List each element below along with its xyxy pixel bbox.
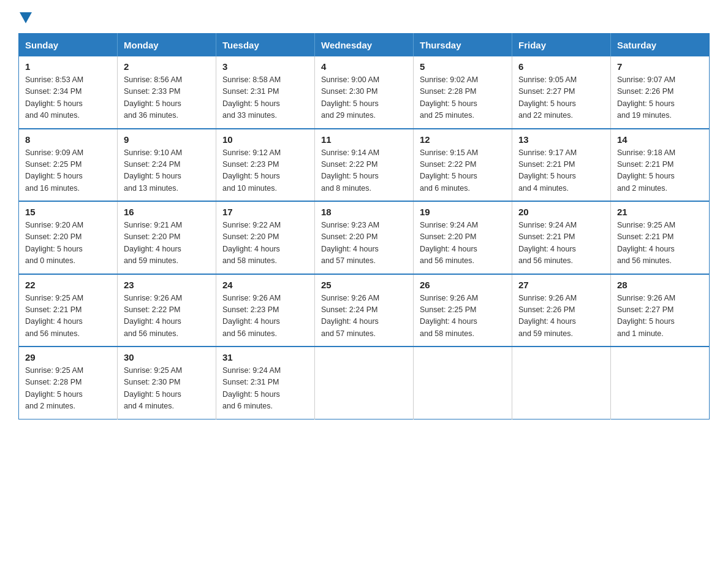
logo [18,12,32,22]
day-number: 9 [124,134,210,145]
day-info: Sunrise: 9:26 AM Sunset: 2:23 PM Dayligh… [222,293,308,340]
calendar-day-30: 30Sunrise: 9:25 AM Sunset: 2:30 PM Dayli… [118,347,216,419]
day-number: 5 [420,61,506,72]
day-number: 17 [222,207,308,217]
calendar-day-26: 26Sunrise: 9:26 AM Sunset: 2:25 PM Dayli… [414,274,512,347]
day-number: 4 [321,61,407,72]
calendar-day-29: 29Sunrise: 9:25 AM Sunset: 2:28 PM Dayli… [19,347,118,419]
day-info: Sunrise: 9:26 AM Sunset: 2:25 PM Dayligh… [420,293,506,340]
day-info: Sunrise: 9:25 AM Sunset: 2:28 PM Dayligh… [25,365,111,413]
day-number: 31 [222,352,308,362]
day-info: Sunrise: 9:22 AM Sunset: 2:20 PM Dayligh… [222,220,308,267]
day-info: Sunrise: 9:20 AM Sunset: 2:20 PM Dayligh… [25,220,111,267]
calendar-day-1: 1Sunrise: 8:53 AM Sunset: 2:34 PM Daylig… [19,56,118,129]
day-info: Sunrise: 9:12 AM Sunset: 2:23 PM Dayligh… [222,147,308,195]
day-number: 21 [617,207,703,217]
day-number: 28 [617,280,703,290]
calendar-day-27: 27Sunrise: 9:26 AM Sunset: 2:26 PM Dayli… [512,274,611,347]
calendar-day-20: 20Sunrise: 9:24 AM Sunset: 2:21 PM Dayli… [512,201,611,274]
day-info: Sunrise: 9:02 AM Sunset: 2:28 PM Dayligh… [420,74,506,122]
day-info: Sunrise: 8:56 AM Sunset: 2:33 PM Dayligh… [124,74,210,122]
day-info: Sunrise: 9:24 AM Sunset: 2:21 PM Dayligh… [518,220,604,267]
calendar-table: SundayMondayTuesdayWednesdayThursdayFrid… [18,33,710,419]
calendar-day-4: 4Sunrise: 9:00 AM Sunset: 2:30 PM Daylig… [315,56,414,129]
calendar-day-18: 18Sunrise: 9:23 AM Sunset: 2:20 PM Dayli… [315,201,414,274]
day-info: Sunrise: 9:05 AM Sunset: 2:27 PM Dayligh… [518,74,604,122]
day-number: 12 [420,134,506,145]
day-number: 13 [518,134,604,145]
day-number: 7 [617,61,703,72]
day-info: Sunrise: 9:25 AM Sunset: 2:21 PM Dayligh… [25,293,111,340]
logo-triangle-icon [20,12,32,23]
empty-cell [414,347,512,419]
day-info: Sunrise: 8:58 AM Sunset: 2:31 PM Dayligh… [222,74,308,122]
calendar-day-12: 12Sunrise: 9:15 AM Sunset: 2:22 PM Dayli… [414,129,512,202]
calendar-day-21: 21Sunrise: 9:25 AM Sunset: 2:21 PM Dayli… [611,201,710,274]
day-number: 14 [617,134,703,145]
day-number: 2 [124,61,210,72]
calendar-day-25: 25Sunrise: 9:26 AM Sunset: 2:24 PM Dayli… [315,274,414,347]
calendar-week-5: 29Sunrise: 9:25 AM Sunset: 2:28 PM Dayli… [19,347,710,419]
calendar-day-11: 11Sunrise: 9:14 AM Sunset: 2:22 PM Dayli… [315,129,414,202]
day-info: Sunrise: 9:09 AM Sunset: 2:25 PM Dayligh… [25,147,111,195]
day-number: 25 [321,280,407,290]
calendar-week-3: 15Sunrise: 9:20 AM Sunset: 2:20 PM Dayli… [19,201,710,274]
day-info: Sunrise: 9:26 AM Sunset: 2:27 PM Dayligh… [617,293,703,340]
day-number: 16 [124,207,210,217]
day-info: Sunrise: 9:25 AM Sunset: 2:21 PM Dayligh… [617,220,703,267]
day-info: Sunrise: 9:26 AM Sunset: 2:22 PM Dayligh… [124,293,210,340]
weekday-header-tuesday: Tuesday [216,34,315,57]
calendar-day-3: 3Sunrise: 8:58 AM Sunset: 2:31 PM Daylig… [216,56,315,129]
empty-cell [315,347,414,419]
calendar-day-16: 16Sunrise: 9:21 AM Sunset: 2:20 PM Dayli… [118,201,216,274]
day-info: Sunrise: 9:26 AM Sunset: 2:24 PM Dayligh… [321,293,407,340]
day-info: Sunrise: 9:00 AM Sunset: 2:30 PM Dayligh… [321,74,407,122]
day-info: Sunrise: 9:24 AM Sunset: 2:20 PM Dayligh… [420,220,506,267]
calendar-day-5: 5Sunrise: 9:02 AM Sunset: 2:28 PM Daylig… [414,56,512,129]
day-info: Sunrise: 9:07 AM Sunset: 2:26 PM Dayligh… [617,74,703,122]
day-info: Sunrise: 8:53 AM Sunset: 2:34 PM Dayligh… [25,74,111,122]
calendar-day-14: 14Sunrise: 9:18 AM Sunset: 2:21 PM Dayli… [611,129,710,202]
day-number: 6 [518,61,604,72]
weekday-header-saturday: Saturday [611,34,710,57]
day-number: 15 [25,207,111,217]
weekday-header-row: SundayMondayTuesdayWednesdayThursdayFrid… [19,34,710,57]
page-header [18,12,710,22]
day-info: Sunrise: 9:17 AM Sunset: 2:21 PM Dayligh… [518,147,604,195]
day-info: Sunrise: 9:23 AM Sunset: 2:20 PM Dayligh… [321,220,407,267]
weekday-header-sunday: Sunday [19,34,118,57]
day-number: 27 [518,280,604,290]
calendar-body: 1Sunrise: 8:53 AM Sunset: 2:34 PM Daylig… [19,56,710,419]
day-number: 19 [420,207,506,217]
day-info: Sunrise: 9:15 AM Sunset: 2:22 PM Dayligh… [420,147,506,195]
day-number: 20 [518,207,604,217]
day-number: 10 [222,134,308,145]
day-number: 3 [222,61,308,72]
day-number: 23 [124,280,210,290]
calendar-day-24: 24Sunrise: 9:26 AM Sunset: 2:23 PM Dayli… [216,274,315,347]
empty-cell [512,347,611,419]
day-info: Sunrise: 9:25 AM Sunset: 2:30 PM Dayligh… [124,365,210,413]
day-info: Sunrise: 9:21 AM Sunset: 2:20 PM Dayligh… [124,220,210,267]
day-number: 8 [25,134,111,145]
calendar-day-28: 28Sunrise: 9:26 AM Sunset: 2:27 PM Dayli… [611,274,710,347]
calendar-day-9: 9Sunrise: 9:10 AM Sunset: 2:24 PM Daylig… [118,129,216,202]
day-number: 22 [25,280,111,290]
calendar-week-2: 8Sunrise: 9:09 AM Sunset: 2:25 PM Daylig… [19,129,710,202]
calendar-day-6: 6Sunrise: 9:05 AM Sunset: 2:27 PM Daylig… [512,56,611,129]
day-number: 24 [222,280,308,290]
weekday-header-friday: Friday [512,34,611,57]
calendar-day-10: 10Sunrise: 9:12 AM Sunset: 2:23 PM Dayli… [216,129,315,202]
empty-cell [611,347,710,419]
day-number: 26 [420,280,506,290]
calendar-day-15: 15Sunrise: 9:20 AM Sunset: 2:20 PM Dayli… [19,201,118,274]
calendar-day-7: 7Sunrise: 9:07 AM Sunset: 2:26 PM Daylig… [611,56,710,129]
day-info: Sunrise: 9:18 AM Sunset: 2:21 PM Dayligh… [617,147,703,195]
calendar-day-8: 8Sunrise: 9:09 AM Sunset: 2:25 PM Daylig… [19,129,118,202]
calendar-week-4: 22Sunrise: 9:25 AM Sunset: 2:21 PM Dayli… [19,274,710,347]
calendar-day-23: 23Sunrise: 9:26 AM Sunset: 2:22 PM Dayli… [118,274,216,347]
day-info: Sunrise: 9:24 AM Sunset: 2:31 PM Dayligh… [222,365,308,413]
calendar-day-22: 22Sunrise: 9:25 AM Sunset: 2:21 PM Dayli… [19,274,118,347]
day-number: 18 [321,207,407,217]
day-info: Sunrise: 9:26 AM Sunset: 2:26 PM Dayligh… [518,293,604,340]
